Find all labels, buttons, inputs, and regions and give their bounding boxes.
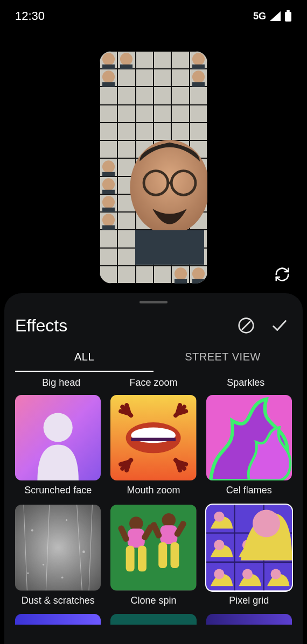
svg-point-45 (82, 551, 85, 554)
svg-point-46 (43, 564, 44, 565)
svg-rect-14 (102, 82, 115, 87)
tab-all[interactable]: ALL (15, 351, 154, 372)
svg-point-17 (102, 160, 115, 173)
pixel-grid-icon (206, 505, 292, 590)
svg-point-43 (31, 529, 33, 532)
preview-tile (172, 266, 190, 284)
svg-point-9 (120, 53, 132, 65)
mouth-zoom-icon (110, 395, 196, 480)
svg-rect-28 (175, 279, 187, 284)
dust-scratches-icon (15, 505, 101, 590)
effect-label: Pixel grid (229, 595, 269, 606)
svg-point-48 (27, 572, 29, 574)
svg-point-27 (175, 267, 187, 280)
preview-face (127, 135, 207, 265)
svg-point-7 (102, 53, 115, 65)
status-right: 5G (253, 10, 292, 22)
effect-preview-area (0, 51, 307, 284)
effect-label: Scrunched face (24, 485, 92, 496)
sheet-title: Effects (15, 316, 225, 336)
svg-point-15 (192, 70, 205, 83)
svg-rect-12 (192, 65, 205, 69)
svg-rect-38 (15, 505, 101, 590)
effect-cel-flames[interactable]: Cel flames (206, 395, 292, 496)
cel-flames-icon (206, 395, 292, 480)
svg-point-47 (61, 577, 64, 579)
sheet-header: Effects (4, 313, 303, 351)
status-bar: 12:30 5G (0, 0, 307, 32)
effect-pixel-grid[interactable]: Pixel grid (206, 505, 292, 606)
cancel-circle-icon (238, 317, 255, 334)
svg-point-50 (129, 517, 143, 530)
effect-label: Cel flames (226, 485, 272, 496)
svg-rect-1 (287, 10, 290, 12)
svg-rect-8 (102, 65, 115, 69)
effect-dust-scratches[interactable]: Dust & scratches (15, 505, 101, 606)
svg-rect-18 (102, 172, 115, 176)
effect-thumb (110, 395, 196, 480)
svg-point-73 (253, 510, 280, 537)
effect-label-big-head: Big head (20, 377, 102, 388)
effects-next-row-peek (4, 606, 303, 625)
svg-point-19 (102, 178, 115, 190)
svg-rect-10 (120, 65, 132, 69)
effect-scrunched-face[interactable]: Scrunched face (15, 395, 101, 496)
svg-rect-22 (102, 208, 115, 212)
effect-thumb (15, 505, 101, 590)
svg-point-68 (214, 540, 224, 550)
preview-tile (117, 51, 135, 69)
svg-point-72 (270, 569, 281, 579)
svg-point-32 (44, 413, 73, 442)
svg-line-30 (242, 321, 250, 330)
preview-tile (100, 69, 117, 87)
preview-tile (100, 194, 117, 212)
confirm-button[interactable] (267, 313, 292, 338)
effect-category-tabs: ALL STREET VIEW (4, 351, 303, 372)
svg-point-56 (162, 513, 176, 527)
effect-thumb (206, 505, 292, 590)
effect-label-sparkles: Sparkles (205, 377, 287, 388)
svg-rect-58 (159, 542, 168, 568)
svg-rect-52 (126, 546, 135, 572)
preview-tile (190, 69, 207, 87)
check-icon (270, 316, 289, 335)
svg-rect-26 (192, 279, 205, 284)
effect-mouth-zoom[interactable]: Mouth zoom (110, 395, 196, 496)
effect-peek[interactable] (15, 614, 101, 625)
tab-street-view[interactable]: STREET VIEW (154, 351, 292, 372)
effect-thumb (206, 395, 292, 480)
preview-tile (190, 266, 207, 284)
effects-sheet: Effects ALL STREET VIEW Big head Face zo… (4, 293, 303, 644)
effect-preview[interactable] (100, 51, 207, 284)
sheet-drag-handle[interactable] (139, 301, 168, 303)
refresh-button[interactable] (271, 264, 293, 285)
svg-rect-6 (135, 230, 204, 264)
svg-rect-20 (102, 190, 115, 194)
svg-point-25 (192, 267, 205, 280)
effect-label: Mouth zoom (127, 485, 180, 496)
status-time: 12:30 (15, 9, 45, 23)
preview-tile (100, 212, 117, 230)
svg-point-11 (192, 53, 205, 65)
effects-partial-row: Big head Face zoom Sparkles (4, 372, 303, 388)
battery-icon (284, 10, 292, 22)
preview-tile (100, 159, 117, 176)
effect-label: Clone spin (130, 595, 176, 606)
svg-point-23 (102, 214, 115, 226)
effect-peek[interactable] (110, 614, 196, 625)
svg-rect-49 (110, 505, 196, 590)
effect-clone-spin[interactable]: Clone spin (110, 505, 196, 606)
preview-tile (100, 176, 117, 194)
effect-peek[interactable] (206, 614, 292, 625)
svg-rect-53 (138, 546, 146, 572)
svg-rect-0 (285, 12, 291, 22)
svg-point-21 (102, 196, 115, 208)
preview-tile (190, 51, 207, 69)
svg-point-69 (214, 569, 224, 579)
effects-grid: Scrunched face Mo (4, 388, 303, 606)
clear-effect-button[interactable] (234, 313, 259, 338)
signal-icon (269, 11, 281, 22)
effect-thumb (15, 395, 101, 480)
svg-rect-16 (192, 82, 205, 87)
svg-point-71 (242, 569, 253, 579)
